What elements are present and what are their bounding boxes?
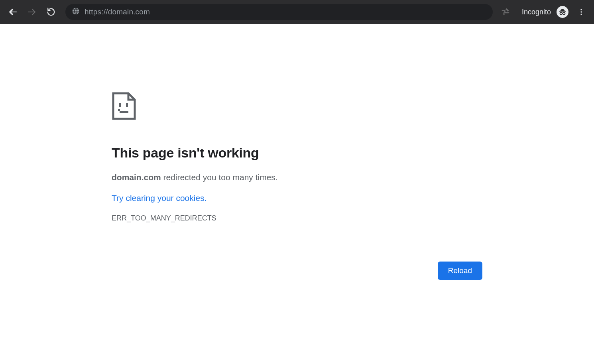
svg-rect-10	[126, 103, 128, 107]
page-content: This page isn't working domain.com redir…	[0, 24, 594, 262]
toolbar-divider	[516, 7, 516, 17]
extension-icon[interactable]	[502, 7, 510, 17]
back-button[interactable]	[6, 5, 20, 19]
globe-icon	[72, 7, 80, 17]
error-code: ERR_TOO_MANY_REDIRECTS	[112, 214, 482, 222]
error-title: This page isn't working	[112, 145, 482, 161]
sad-file-icon	[112, 92, 482, 122]
dots-vertical-icon	[577, 8, 585, 16]
browser-toolbar: https://domain.com Incognito	[0, 0, 594, 24]
svg-point-8	[580, 14, 582, 15]
svg-point-4	[560, 12, 563, 14]
svg-rect-3	[559, 11, 566, 12]
svg-point-7	[580, 11, 582, 12]
arrow-left-icon	[8, 7, 18, 17]
incognito-badge[interactable]	[557, 6, 568, 18]
reload-toolbar-button[interactable]	[44, 5, 58, 19]
address-bar[interactable]: https://domain.com	[65, 4, 493, 20]
clear-cookies-link[interactable]: Try clearing your cookies.	[112, 193, 207, 203]
error-panel: This page isn't working domain.com redir…	[112, 92, 482, 262]
error-description: domain.com redirected you too many times…	[112, 173, 482, 182]
svg-rect-11	[120, 111, 128, 113]
forward-button[interactable]	[25, 5, 39, 19]
incognito-label: Incognito	[522, 8, 551, 16]
svg-point-5	[563, 12, 565, 14]
toolbar-right: Incognito	[502, 5, 588, 19]
error-domain: domain.com	[112, 173, 161, 182]
svg-rect-12	[118, 109, 120, 111]
url-text: https://domain.com	[85, 8, 150, 16]
menu-button[interactable]	[574, 5, 588, 19]
svg-rect-9	[119, 103, 121, 107]
reload-icon	[47, 8, 55, 16]
reload-button[interactable]: Reload	[438, 262, 482, 280]
arrow-right-icon	[27, 7, 37, 17]
incognito-icon	[558, 8, 567, 16]
svg-point-6	[580, 9, 582, 10]
error-message-suffix: redirected you too many times.	[161, 173, 278, 182]
